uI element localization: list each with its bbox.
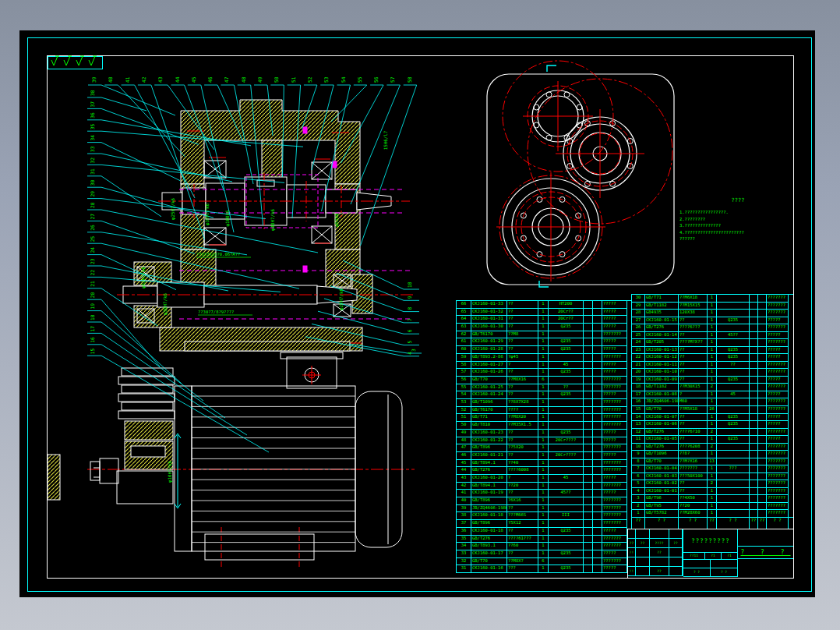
bom-cell [584,475,593,483]
title-block-cell: ??11 [683,553,705,560]
bom-cell: 1 [538,384,549,392]
bom-cell: ?? [507,391,538,399]
bom-cell: 1 [538,369,549,377]
bom-cell [717,398,750,406]
bom-cell: 1 [538,528,549,536]
bom-cell: ????? [602,528,627,536]
bom-cell: 5 [632,480,645,488]
bom-cell: 2 [708,480,717,488]
bom-cell: 54 [457,391,471,399]
bom-cell: 6 [632,473,645,481]
bom-cell: ??????? [767,384,789,391]
title-block-center: ????????? ??11?1?1 ? ?? ? [683,529,738,576]
bom-cell [593,490,602,497]
bom-cell: ??????? [767,398,789,406]
bom-cell: Q235 [717,421,750,429]
bom-cell: ?? [507,490,538,497]
bom-cell: ??? [507,565,538,573]
bom-cell [593,467,602,475]
bom-cell: ??????? [602,460,627,468]
bom-cell: ?? [507,324,538,331]
bom-cell: 65 [457,309,471,317]
bom-cell [549,377,584,384]
bom-cell: ????? [602,550,627,558]
bom-cell: ????? [602,301,627,309]
bom-cell: 8 [632,458,645,466]
bom-cell: ????? [602,391,627,399]
bom-cell: ?5X12 [507,520,538,528]
bom-cell: ????? [767,391,789,399]
bom-header-cell: ? ? [717,518,750,529]
bom-cell: 46 [457,452,471,460]
bom-cell: 1 [708,295,717,303]
bom-cell: 20Cr???? [549,452,584,460]
bom-cell: ? [507,362,538,370]
bom-cell [593,505,602,513]
bom-cell [584,346,593,354]
bom-cell: ??M15X15 [679,303,708,310]
bom-cell: CKJ160-01-30 [471,324,507,331]
bom-cell: ?? [679,414,708,422]
bom-cell: ???50X100 [679,473,708,481]
bom-cell [758,495,767,503]
bom-cell: ??M8X20 [507,414,538,422]
bom-cell [593,369,602,377]
bom-cell: ??40 [507,460,538,468]
bom-cell [593,550,602,558]
bom-cell: GB/T896 [471,497,507,505]
bom-cell: 1 [538,324,549,331]
bom-cell: GB/T894.1 [471,460,507,468]
bom-cell: Q235 [717,414,750,422]
title-block-cell: ? ? [711,568,738,577]
bom-cell [750,295,758,303]
bom-cell: ? [679,391,708,399]
bom-cell: GB/T276 [471,467,507,475]
bom-cell: 56 [457,377,471,384]
bom-cell [549,543,584,550]
bom-cell [593,309,602,317]
title-block-cell [636,557,650,567]
bom-cell: ????? [602,316,627,324]
bom-cell [750,444,758,451]
bom-cell: ??????? [602,512,627,520]
bom-cell [717,429,750,437]
bom-cell: Q235 [549,391,584,399]
bom-cell [549,536,584,543]
bom-cell [717,495,750,503]
title-block-cell: !! [628,548,636,557]
bom-cell: ??????? [602,467,627,475]
bom-cell: ??M6X18 [679,295,708,303]
title-block-cell [650,557,669,567]
bom-cell [593,512,602,520]
bom-cell: 48 [457,437,471,445]
bom-cell: ????M?X?? [679,339,708,347]
bom-cell [584,362,593,370]
bom-cell: ??????? [602,558,627,566]
bom-cell [750,303,758,310]
bom-cell: 20Cr?? [549,309,584,317]
bom-cell [750,362,758,370]
bom-cell: GB/T896 [471,444,507,452]
bom-cell [593,391,602,399]
title-block-cell: !! [628,567,636,576]
bom-cell: GB/T95 [645,503,679,511]
bom-cell [717,488,750,496]
bom-cell: 61 [457,338,471,346]
bom-cell: 10 [632,444,645,451]
bom-cell: 45 [549,362,584,370]
bom-cell: 32 [457,558,471,566]
bom-header-cell: ? ? [767,518,789,529]
bom-cell [593,497,602,505]
bom-cell: ????? [602,430,627,437]
bom-cell: ?? [507,369,538,377]
bom-cell: ????6208 [679,444,708,451]
bom-cell [593,362,602,370]
bom-cell [750,324,758,332]
bom-cell: Q235 [549,338,584,346]
bom-cell [549,460,584,468]
bom-cell [584,437,593,445]
bom-cell: ??????? [767,444,789,451]
bom-cell: ??5X20 [507,444,538,452]
bom-cell: ?? [679,317,708,325]
bom-header-cell: ? ? [645,518,679,529]
